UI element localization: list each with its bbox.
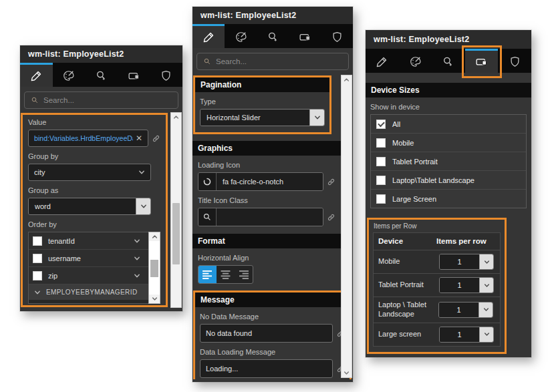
checkbox-mobile[interactable] [376,138,386,148]
device-name: Laptop \ Tablet Landscape [378,301,438,319]
title-icon-class-input[interactable] [198,208,323,226]
align-right-icon [239,270,249,279]
pencil-icon [30,69,43,82]
shield-icon [331,31,344,43]
scroll-up-icon[interactable] [344,77,350,83]
tab-security[interactable] [150,63,182,87]
dropdown-button[interactable] [479,327,493,342]
tab-styles[interactable] [53,63,86,87]
search-gear-icon [267,31,279,43]
table-header-row: Device Items per row [374,233,500,250]
checkbox-tablet-portrait[interactable] [376,157,386,166]
dropdown-button[interactable] [309,110,324,126]
table-row: Large screen 1 [374,323,500,347]
checkbox-tenantId[interactable] [33,236,42,246]
tab-devices-highlighted[interactable] [465,49,499,73]
checkbox-username[interactable] [33,254,42,263]
option-label: Mobile [392,139,414,147]
align-right-button[interactable] [235,266,253,283]
panel-scrollbar[interactable] [341,75,352,378]
no-data-message-input[interactable]: No data found [200,324,333,343]
scroll-up-icon[interactable] [152,234,158,240]
tab-security[interactable] [498,49,531,73]
order-by-option[interactable]: zip [29,267,148,284]
checkbox-all[interactable] [376,120,386,129]
items-per-row-select-mobile[interactable]: 1 [439,254,494,270]
order-by-list: tenantId username zip [28,232,148,304]
device-option-laptop-tablet-landscape[interactable]: Laptop\Tablet Landscape [371,171,526,190]
scroll-thumb[interactable] [150,260,158,277]
pencil-icon [202,31,215,43]
items-per-row-title: Items per Row [374,222,501,230]
checkbox-large-screen[interactable] [376,194,386,204]
order-by-scrollbar[interactable] [148,232,160,304]
checkbox-laptop-tablet-landscape[interactable] [376,176,386,185]
tab-devices[interactable] [118,63,150,87]
align-center-icon [221,270,231,279]
scroll-up-icon[interactable] [173,114,179,120]
tab-security[interactable] [321,24,353,48]
data-loading-message-input[interactable]: Loading... [200,359,333,378]
tab-properties[interactable] [366,49,399,73]
order-by-option[interactable]: username [29,250,148,267]
clear-icon[interactable]: ✕ [136,134,142,142]
device-option-all[interactable]: All [371,115,526,134]
search-icon [203,57,211,65]
scroll-thumb[interactable] [172,203,180,264]
shield-icon [160,69,172,82]
group-as-select[interactable]: word [28,198,151,215]
align-left-button[interactable] [198,266,217,283]
shield-icon [509,55,521,68]
dropdown-button[interactable] [479,278,493,292]
pagination-type-select[interactable]: Horizontal Slider [200,109,325,126]
items-per-row-select-large-screen[interactable]: 1 [439,327,494,343]
tab-styles[interactable] [225,24,257,48]
tab-devices[interactable] [289,24,321,48]
palette-icon [409,55,422,68]
tab-events[interactable] [257,24,289,48]
items-per-row-select-laptop-tablet-landscape[interactable]: 1 [438,302,493,318]
devices-icon [128,69,140,82]
dropdown-button[interactable] [478,303,493,317]
device-option-large-screen[interactable]: Large Screen [371,190,526,208]
device-option-tablet-portrait[interactable]: Tablet Portrait [371,152,526,171]
dropdown-button[interactable] [136,198,150,214]
tab-properties[interactable] [192,24,225,48]
type-label: Type [200,97,325,106]
tab-events[interactable] [432,49,465,73]
loading-icon-value: fa fa-circle-o-notch [217,173,323,190]
chevron-down-icon [134,255,140,262]
dropdown-button[interactable] [479,254,493,269]
align-center-button[interactable] [217,266,235,283]
group-by-select[interactable]: city [28,164,151,181]
chevron-down-icon [483,307,489,313]
search-gear-icon [442,55,454,68]
device-name: Large screen [378,330,439,339]
tab-events[interactable] [85,63,118,87]
scroll-down-icon[interactable] [152,296,158,302]
panel-title: wm-list: EmployeeList2 [20,45,182,63]
search-input[interactable]: Search... [24,91,178,109]
pagination-type-value: Horizontal Slider [200,110,309,126]
search-input[interactable]: Search... [196,53,349,70]
scroll-down-icon[interactable] [344,370,350,376]
bind-link-icon[interactable] [327,178,335,186]
group-as-value: word [29,198,136,214]
bind-link-icon[interactable] [327,213,335,222]
chevron-down-icon [484,282,490,288]
device-option-mobile[interactable]: Mobile [371,134,526,152]
checkbox-zip[interactable] [33,271,42,280]
panel-scrollbar[interactable] [170,112,182,308]
option-label: Laptop\Tablet Landscape [392,176,474,184]
show-in-device-list: All Mobile Tablet Portrait Laptop\Tablet… [370,114,527,208]
items-per-row-select-tablet-portrait[interactable]: 1 [439,277,494,293]
tab-properties[interactable] [20,63,53,87]
order-by-group-header[interactable]: EMPLOYEEBYMANAGERID [29,284,148,300]
bind-link-icon[interactable] [152,134,160,143]
order-by-option[interactable]: tenantId [29,232,148,250]
loading-icon-input[interactable]: fa fa-circle-o-notch [198,172,323,191]
value-input[interactable]: bind:Variables.HrdbEmployeeData1.dat ✕ [28,130,148,147]
tab-styles[interactable] [399,49,432,73]
palette-icon [62,69,75,82]
properties-panel-1: wm-list: EmployeeList2 Search... Value b… [20,45,182,311]
